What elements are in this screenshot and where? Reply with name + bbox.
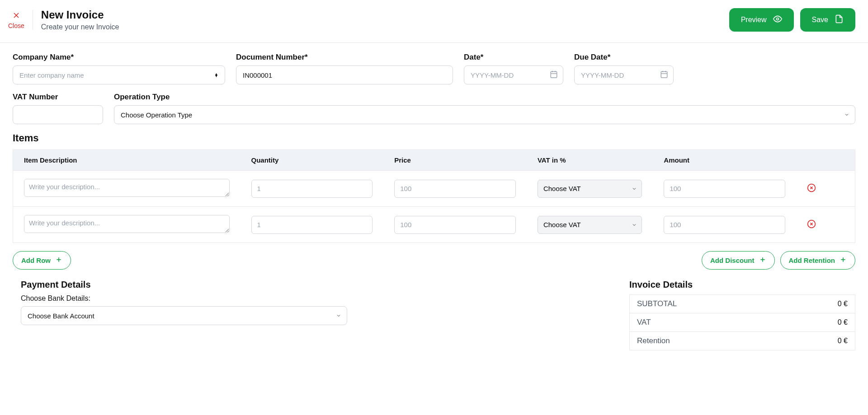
company-name-placeholder: Enter company name bbox=[19, 71, 84, 79]
col-vat: VAT in % bbox=[527, 150, 653, 171]
item-vat-select[interactable]: Choose VAT bbox=[538, 216, 642, 234]
bank-account-select[interactable]: Choose Bank Account bbox=[21, 306, 347, 325]
col-price: Price bbox=[383, 150, 527, 171]
divider bbox=[33, 10, 33, 30]
vat-number-input[interactable] bbox=[13, 105, 103, 124]
chevron-updown-icon: ▲▼ bbox=[214, 73, 218, 77]
add-discount-label: Add Discount bbox=[710, 256, 755, 264]
date-input[interactable] bbox=[464, 65, 563, 84]
operation-type-select[interactable]: Choose Operation Type bbox=[114, 105, 855, 124]
delete-icon bbox=[807, 219, 816, 230]
item-price-input[interactable] bbox=[394, 180, 516, 198]
invoice-detail-value: 0 € bbox=[838, 337, 848, 345]
invoice-details-title: Invoice Details bbox=[629, 280, 855, 290]
invoice-detail-row: SUBTOTAL0 € bbox=[629, 294, 855, 313]
invoice-detail-value: 0 € bbox=[838, 300, 848, 308]
save-button[interactable]: Save bbox=[800, 8, 855, 32]
page-subtitle: Create your new Invoice bbox=[41, 23, 119, 31]
page-title: New Invoice bbox=[41, 9, 119, 21]
close-label: Close bbox=[8, 22, 24, 29]
payment-details-title: Payment Details bbox=[21, 280, 347, 290]
item-description-input[interactable] bbox=[24, 179, 230, 197]
company-name-input[interactable]: Enter company name ▲▼ bbox=[13, 65, 225, 84]
file-icon bbox=[835, 14, 844, 25]
plus-icon bbox=[55, 256, 62, 265]
close-icon bbox=[12, 11, 21, 21]
item-quantity-input[interactable] bbox=[251, 180, 373, 198]
date-label: Date* bbox=[464, 53, 563, 62]
plus-icon bbox=[840, 256, 847, 265]
save-button-label: Save bbox=[812, 16, 828, 24]
due-date-label: Due Date* bbox=[574, 53, 674, 62]
item-amount-input[interactable] bbox=[664, 216, 785, 234]
invoice-detail-value: 0 € bbox=[838, 318, 848, 326]
item-amount-input[interactable] bbox=[664, 180, 785, 198]
document-number-label: Document Number* bbox=[236, 53, 453, 62]
delete-icon bbox=[807, 183, 816, 194]
due-date-input[interactable] bbox=[574, 65, 674, 84]
add-retention-button[interactable]: Add Retention bbox=[780, 251, 856, 270]
invoice-detail-row: Retention0 € bbox=[629, 331, 855, 350]
vat-number-label: VAT Number bbox=[13, 93, 103, 102]
item-quantity-input[interactable] bbox=[251, 216, 373, 234]
company-name-label: Company Name* bbox=[13, 53, 225, 62]
invoice-detail-label: VAT bbox=[637, 318, 651, 327]
item-description-input[interactable] bbox=[24, 215, 230, 233]
svg-point-2 bbox=[776, 18, 778, 20]
item-vat-select[interactable]: Choose VAT bbox=[538, 180, 642, 198]
operation-type-label: Operation Type bbox=[114, 93, 855, 102]
add-row-label: Add Row bbox=[21, 256, 51, 264]
col-quantity: Quantity bbox=[241, 150, 384, 171]
delete-row-button[interactable] bbox=[807, 219, 816, 230]
preview-button-label: Preview bbox=[741, 16, 767, 24]
add-discount-button[interactable]: Add Discount bbox=[702, 251, 775, 270]
table-row: Choose VAT bbox=[13, 207, 855, 243]
add-retention-label: Add Retention bbox=[789, 256, 835, 264]
invoice-detail-label: SUBTOTAL bbox=[637, 299, 677, 308]
close-button[interactable]: Close bbox=[8, 11, 24, 29]
plus-icon bbox=[759, 256, 766, 265]
invoice-detail-row: VAT0 € bbox=[629, 313, 855, 331]
col-amount: Amount bbox=[653, 150, 796, 171]
item-price-input[interactable] bbox=[394, 216, 516, 234]
eye-icon bbox=[773, 14, 782, 25]
table-row: Choose VAT bbox=[13, 171, 855, 207]
document-number-input[interactable] bbox=[236, 65, 453, 84]
invoice-detail-label: Retention bbox=[637, 336, 670, 345]
preview-button[interactable]: Preview bbox=[729, 8, 794, 32]
delete-row-button[interactable] bbox=[807, 183, 816, 194]
items-table: Item Description Quantity Price VAT in %… bbox=[13, 149, 855, 243]
col-description: Item Description bbox=[13, 150, 241, 171]
add-row-button[interactable]: Add Row bbox=[13, 251, 71, 270]
items-title: Items bbox=[13, 132, 855, 144]
choose-bank-label: Choose Bank Details: bbox=[21, 294, 347, 303]
